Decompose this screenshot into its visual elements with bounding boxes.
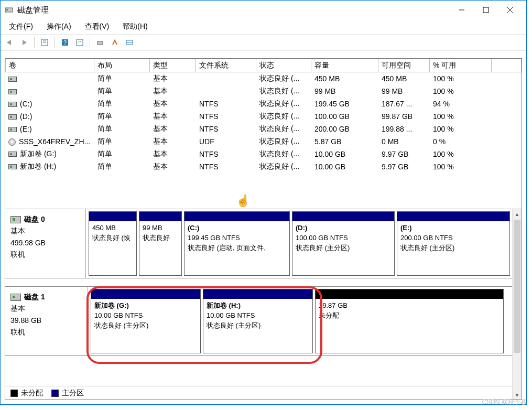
refresh-button[interactable]	[73, 36, 86, 49]
scrollbar[interactable]: ▲ ▼	[512, 209, 522, 400]
col-type[interactable]: 类型	[150, 59, 196, 72]
disk-icon	[10, 294, 21, 301]
table-row[interactable]: 简单基本状态良好 (...450 MB450 MB100 %	[5, 72, 522, 85]
titlebar: 磁盘管理	[1, 1, 526, 19]
partition[interactable]: 19.87 GB未分配	[315, 289, 504, 353]
cd-icon	[8, 138, 16, 146]
window-controls	[450, 2, 522, 18]
partition[interactable]: (D:)100.00 GB NTFS状态良好 (主分区)	[292, 211, 395, 276]
toolbar-separator	[34, 37, 35, 48]
disk-info[interactable]: 磁盘 1基本39.88 GB联机	[5, 287, 88, 355]
toolbar: ?	[1, 34, 526, 51]
disk-icon	[8, 127, 17, 132]
partition[interactable]: (C:)199.45 GB NTFS状态良好 (启动, 页面文件,	[184, 211, 290, 276]
volume-rows[interactable]: ☝ 简单基本状态良好 (...450 MB450 MB100 %简单基本状态良好…	[5, 72, 522, 209]
partition-bar	[89, 212, 136, 221]
minimize-button[interactable]	[450, 2, 474, 18]
back-button[interactable]	[3, 36, 16, 49]
content-area: 卷 布局 类型 文件系统 状态 容量 可用空间 % 可用 ☝ 简单基本状态良好 …	[5, 58, 522, 400]
disk-icon	[10, 216, 21, 223]
toolbar-separator	[90, 37, 90, 48]
menubar: 文件(F) 操作(A) 查看(V) 帮助(H)	[1, 19, 526, 34]
partition[interactable]: 99 MB状态良好	[139, 211, 182, 276]
menu-action[interactable]: 操作(A)	[41, 21, 77, 33]
disk-icon	[8, 89, 17, 94]
partition-bar	[139, 212, 181, 221]
table-row[interactable]: 新加卷 (H:)简单基本NTFS状态良好 (...10.00 GB9.97 GB…	[5, 160, 522, 173]
partition-bar	[203, 289, 312, 299]
partition[interactable]: 新加卷 (H:)10.00 GB NTFS状态良好 (主分区)	[203, 289, 313, 353]
svg-rect-12	[97, 41, 103, 45]
svg-rect-11	[77, 39, 83, 46]
svg-text:?: ?	[63, 39, 67, 46]
table-row[interactable]: 简单基本状态良好 (...99 MB99 MB100 %	[5, 85, 522, 98]
forward-button[interactable]	[17, 36, 31, 49]
disk-row: 磁盘 1基本39.88 GB联机新加卷 (G:)10.00 GB NTFS状态良…	[5, 287, 522, 356]
table-row[interactable]: (D:)简单基本NTFS状态良好 (...100.00 GB99.87 GB10…	[5, 110, 522, 123]
partition-bar	[292, 212, 394, 221]
menu-view[interactable]: 查看(V)	[80, 21, 115, 33]
partition-bar	[184, 212, 289, 221]
col-filesystem[interactable]: 文件系统	[196, 59, 256, 72]
maximize-button[interactable]	[474, 2, 498, 18]
tool-3-button[interactable]	[123, 36, 136, 49]
properties-button[interactable]	[38, 36, 51, 49]
disk-info[interactable]: 磁盘 0基本499.98 GB联机	[5, 209, 86, 278]
col-pct[interactable]: % 可用	[430, 59, 492, 72]
disk-icon	[8, 77, 17, 82]
partition-bar	[91, 289, 200, 299]
disk-map-pane: 磁盘 0基本499.98 GB联机450 MB状态良好 (恢99 MB状态良好(…	[5, 209, 522, 400]
disk-icon	[8, 102, 17, 107]
disk-partitions: 新加卷 (G:)10.00 GB NTFS状态良好 (主分区)新加卷 (H:)1…	[88, 287, 522, 355]
table-row[interactable]: (C:)简单基本NTFS状态良好 (...199.45 GB187.67 ...…	[5, 98, 522, 110]
svg-rect-1	[6, 9, 8, 10]
disk-partitions: 450 MB状态良好 (恢99 MB状态良好(C:)199.45 GB NTFS…	[86, 209, 522, 278]
legend-primary: 主分区	[51, 389, 84, 398]
close-button[interactable]	[498, 2, 522, 18]
partition[interactable]: (E:)200.00 GB NTFS状态良好 (主分区)	[397, 211, 510, 276]
swatch-navy-icon	[51, 390, 59, 397]
partition-bar	[397, 212, 509, 221]
app-icon	[5, 6, 13, 14]
tool-1-button[interactable]	[93, 36, 107, 49]
volume-header-row: 卷 布局 类型 文件系统 状态 容量 可用空间 % 可用	[5, 59, 522, 72]
table-row[interactable]: 新加卷 (G:)简单基本NTFS状态良好 (...10.00 GB9.97 GB…	[5, 148, 522, 160]
disk-icon	[8, 114, 17, 120]
col-status[interactable]: 状态	[256, 59, 311, 72]
window-frame: 磁盘管理 文件(F) 操作(A) 查看(V) 帮助(H) ? 卷 布局	[0, 0, 527, 405]
scroll-up-icon[interactable]: ▲	[513, 209, 522, 219]
table-row[interactable]: (E:)简单基本NTFS状态良好 (...200.00 GB199.88 ...…	[5, 123, 522, 135]
cursor-icon: ☝	[236, 194, 250, 208]
legend: 未分配 主分区	[5, 386, 512, 400]
partition-bar	[316, 289, 503, 299]
partition[interactable]: 新加卷 (G:)10.00 GB NTFS状态良好 (主分区)	[91, 289, 201, 353]
watermark: CSDN @秋子暮	[482, 398, 527, 407]
svg-rect-3	[483, 7, 488, 13]
disk-icon	[8, 152, 17, 157]
col-layout[interactable]: 布局	[94, 59, 150, 72]
col-spacer	[492, 59, 522, 72]
help-button[interactable]: ?	[58, 36, 72, 49]
menu-file[interactable]: 文件(F)	[4, 21, 38, 33]
col-volume[interactable]: 卷	[5, 59, 94, 72]
legend-unallocated: 未分配	[10, 389, 43, 398]
volume-list: 卷 布局 类型 文件系统 状态 容量 可用空间 % 可用 ☝ 简单基本状态良好 …	[5, 59, 522, 209]
col-capacity[interactable]: 容量	[311, 59, 378, 72]
disk-icon	[8, 164, 17, 169]
scroll-thumb[interactable]	[514, 220, 520, 353]
partition[interactable]: 450 MB状态良好 (恢	[89, 211, 137, 276]
table-row[interactable]: SSS_X64FREV_ZH...简单基本UDF状态良好 (...5.87 GB…	[5, 135, 522, 148]
toolbar-separator	[55, 37, 55, 48]
disk-row: 磁盘 0基本499.98 GB联机450 MB状态良好 (恢99 MB状态良好(…	[5, 209, 522, 278]
window-title: 磁盘管理	[17, 5, 450, 15]
menu-help[interactable]: 帮助(H)	[117, 21, 153, 33]
col-free[interactable]: 可用空间	[378, 59, 430, 72]
swatch-black-icon	[10, 390, 18, 397]
tool-2-button[interactable]	[108, 36, 122, 49]
